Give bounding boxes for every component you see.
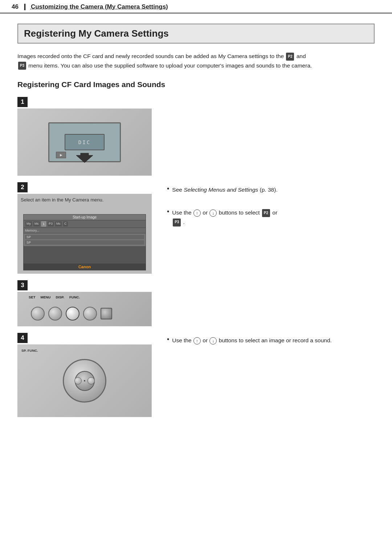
section-title: Registering My Camera Settings: [17, 24, 375, 44]
arrow-icon: [75, 152, 94, 163]
step-1-number: 1: [17, 97, 28, 107]
step-1-image: DIC ▶: [17, 109, 152, 176]
svg-marker-0: [76, 153, 93, 163]
step-3-number: 3: [17, 280, 28, 290]
menu-icons-row: My Mc 1 P3 Mc C: [24, 220, 146, 228]
step-4-number: 4: [17, 333, 28, 343]
select-icon-p3: P3: [173, 219, 181, 227]
header-title: Customizing the Camera (My Camera Settin…: [31, 3, 168, 11]
italic-link: Selecting Menus and Settings: [184, 187, 258, 193]
step-2-bullet-2: • Use the ↑ or ↓ buttons to select P2 or…: [167, 208, 375, 227]
disp-button[interactable]: [66, 307, 79, 321]
lcd-display-text: DIC: [78, 139, 91, 145]
menu-item-1: Memory...: [24, 228, 146, 233]
dial-btn-left[interactable]: [74, 377, 82, 384]
button-labels: SET MENU DISP. FUNC.: [29, 295, 80, 299]
dial-center-dot: [84, 380, 85, 381]
page-number: 46: [12, 3, 19, 11]
menu-icon-p2: P2: [286, 53, 294, 61]
page-content: Registering My Camera Settings Images re…: [0, 13, 392, 432]
step-2-image: Select an item in the My Camera menu. St…: [17, 194, 152, 274]
dial-inner: [75, 371, 95, 391]
step-3-left: 3 SET MENU DISP. FUNC.: [17, 280, 155, 326]
step-1-left: 1 DIC ▶: [17, 97, 155, 176]
dial-control: [63, 359, 106, 403]
down-button-icon-2: ↓: [209, 337, 217, 344]
menu-button[interactable]: [48, 307, 62, 321]
step-1-row: 1 DIC ▶: [17, 97, 375, 176]
menu-items-area: SP SP: [24, 233, 146, 246]
select-icon-p2: P2: [262, 209, 270, 217]
extra-button[interactable]: [101, 308, 112, 319]
func-button[interactable]: [83, 307, 97, 321]
page-header: 46 ❙ Customizing the Camera (My Camera S…: [0, 0, 392, 13]
step-3-image: SET MENU DISP. FUNC.: [17, 292, 152, 326]
step-4-row: 4 SP. FUNC.: [17, 333, 375, 417]
step-2-right: • See Selecting Menus and Settings (p. 3…: [167, 182, 375, 231]
step-3-row: 3 SET MENU DISP. FUNC.: [17, 280, 375, 326]
up-button-icon: ↑: [193, 209, 201, 217]
set-button[interactable]: [31, 307, 45, 321]
steps-container: 1 DIC ▶: [17, 97, 375, 417]
intro-text: Images recorded onto the CF card and new…: [17, 52, 315, 70]
up-button-icon-2: ↑: [193, 337, 201, 344]
step-2-left: 2 Select an item in the My Camera menu. …: [17, 182, 155, 274]
down-button-icon: ↓: [209, 209, 217, 217]
dial-btn-right[interactable]: [87, 377, 95, 384]
step-2-row: 2 Select an item in the My Camera menu. …: [17, 182, 375, 274]
menu-icon-p3: P3: [18, 62, 26, 70]
header-divider: ❙: [22, 3, 27, 11]
menu-header: Start-up Image: [24, 215, 146, 220]
step-2-number: 2: [17, 182, 28, 192]
step4-sp-func-label: SP. FUNC.: [21, 348, 38, 352]
step-4-image: SP. FUNC.: [17, 344, 152, 417]
buttons-row: [31, 307, 112, 321]
step-2-label: Select an item in the My Camera menu.: [21, 196, 103, 204]
step-4-bullet: • Use the ↑ or ↓ buttons to select an im…: [167, 336, 375, 345]
step-2-bullet-1: • See Selecting Menus and Settings (p. 3…: [167, 185, 375, 195]
step-4-left: 4 SP. FUNC.: [17, 333, 155, 417]
step-4-right: • Use the ↑ or ↓ buttons to select an im…: [167, 333, 375, 350]
menu-brand: Canon: [24, 264, 146, 270]
subsection-title: Registering CF Card Images and Sounds: [17, 80, 375, 89]
